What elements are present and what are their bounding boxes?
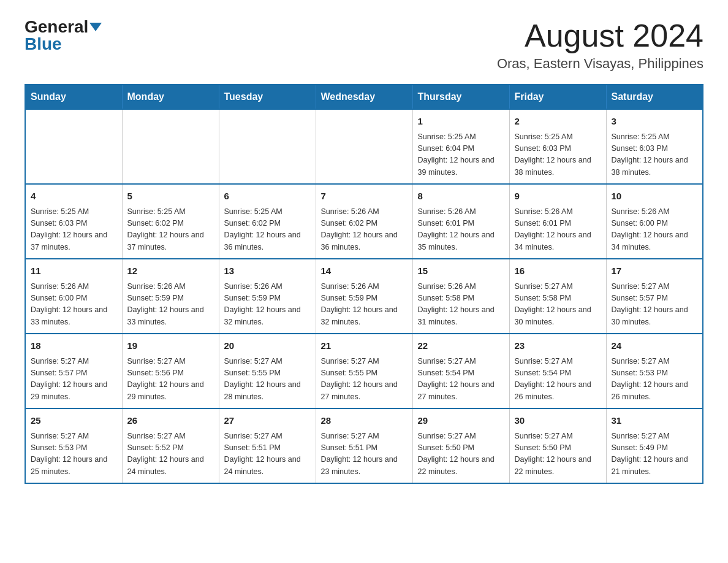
day-info: Sunrise: 5:27 AMSunset: 5:56 PMDaylight:…: [127, 356, 214, 404]
day-info: Sunrise: 5:27 AMSunset: 5:55 PMDaylight:…: [224, 356, 311, 404]
day-number: 28: [321, 414, 408, 428]
day-info: Sunrise: 5:27 AMSunset: 5:53 PMDaylight:…: [612, 356, 698, 404]
calendar-cell: 20Sunrise: 5:27 AMSunset: 5:55 PMDayligh…: [219, 334, 316, 408]
day-number: 24: [612, 339, 698, 353]
weekday-header-thursday: Thursday: [412, 85, 509, 109]
calendar-cell: 10Sunrise: 5:26 AMSunset: 6:00 PMDayligh…: [606, 184, 703, 259]
calendar-cell: 18Sunrise: 5:27 AMSunset: 5:57 PMDayligh…: [25, 334, 122, 408]
calendar-week-row: 11Sunrise: 5:26 AMSunset: 6:00 PMDayligh…: [25, 259, 703, 334]
day-number: 6: [224, 190, 311, 204]
title-block: August 2024 Oras, Eastern Visayas, Phili…: [497, 18, 703, 72]
day-number: 10: [612, 190, 698, 204]
calendar-cell: 11Sunrise: 5:26 AMSunset: 6:00 PMDayligh…: [25, 259, 122, 334]
location-subtitle: Oras, Eastern Visayas, Philippines: [497, 56, 703, 72]
day-info: Sunrise: 5:26 AMSunset: 5:59 PMDaylight:…: [127, 281, 214, 329]
day-info: Sunrise: 5:25 AMSunset: 6:04 PMDaylight:…: [418, 131, 504, 179]
day-number: 30: [515, 414, 601, 428]
day-number: 2: [515, 115, 601, 129]
day-number: 11: [31, 264, 117, 278]
weekday-header-tuesday: Tuesday: [219, 85, 316, 109]
calendar-week-row: 18Sunrise: 5:27 AMSunset: 5:57 PMDayligh…: [25, 334, 703, 408]
calendar-cell: 9Sunrise: 5:26 AMSunset: 6:01 PMDaylight…: [509, 184, 606, 259]
day-info: Sunrise: 5:27 AMSunset: 5:54 PMDaylight:…: [418, 356, 504, 404]
day-info: Sunrise: 5:26 AMSunset: 6:00 PMDaylight:…: [31, 281, 117, 329]
day-info: Sunrise: 5:27 AMSunset: 5:54 PMDaylight:…: [515, 356, 601, 404]
day-info: Sunrise: 5:27 AMSunset: 5:57 PMDaylight:…: [612, 281, 698, 329]
day-info: Sunrise: 5:27 AMSunset: 5:50 PMDaylight:…: [418, 431, 504, 478]
calendar-cell: 19Sunrise: 5:27 AMSunset: 5:56 PMDayligh…: [122, 334, 219, 408]
logo: General Blue: [25, 18, 102, 53]
calendar-cell: 28Sunrise: 5:27 AMSunset: 5:51 PMDayligh…: [316, 408, 412, 483]
day-number: 9: [515, 190, 601, 204]
calendar-cell: 29Sunrise: 5:27 AMSunset: 5:50 PMDayligh…: [412, 408, 509, 483]
calendar-cell: 2Sunrise: 5:25 AMSunset: 6:03 PMDaylight…: [509, 109, 606, 184]
calendar-cell: 14Sunrise: 5:26 AMSunset: 5:59 PMDayligh…: [316, 259, 412, 334]
calendar-cell: 23Sunrise: 5:27 AMSunset: 5:54 PMDayligh…: [509, 334, 606, 408]
day-number: 29: [418, 414, 504, 428]
day-number: 19: [127, 339, 214, 353]
calendar-cell: 26Sunrise: 5:27 AMSunset: 5:52 PMDayligh…: [122, 408, 219, 483]
day-number: 16: [515, 264, 601, 278]
day-number: 27: [224, 414, 311, 428]
calendar-cell: [122, 109, 219, 184]
day-number: 1: [418, 115, 504, 129]
calendar-cell: 3Sunrise: 5:25 AMSunset: 6:03 PMDaylight…: [606, 109, 703, 184]
day-info: Sunrise: 5:27 AMSunset: 5:55 PMDaylight:…: [321, 356, 408, 404]
calendar-cell: [219, 109, 316, 184]
calendar-cell: 6Sunrise: 5:25 AMSunset: 6:02 PMDaylight…: [219, 184, 316, 259]
calendar-cell: 13Sunrise: 5:26 AMSunset: 5:59 PMDayligh…: [219, 259, 316, 334]
month-year-title: August 2024: [497, 18, 703, 53]
day-info: Sunrise: 5:25 AMSunset: 6:03 PMDaylight:…: [31, 206, 117, 254]
day-number: 25: [31, 414, 117, 428]
calendar-cell: 27Sunrise: 5:27 AMSunset: 5:51 PMDayligh…: [219, 408, 316, 483]
page-header: General Blue August 2024 Oras, Eastern V…: [25, 18, 703, 72]
weekday-header-saturday: Saturday: [606, 85, 703, 109]
calendar-body: 1Sunrise: 5:25 AMSunset: 6:04 PMDaylight…: [25, 109, 703, 483]
calendar-cell: 15Sunrise: 5:26 AMSunset: 5:58 PMDayligh…: [412, 259, 509, 334]
day-info: Sunrise: 5:27 AMSunset: 5:51 PMDaylight:…: [224, 431, 311, 478]
logo-general-text: General: [25, 18, 88, 36]
calendar-cell: 24Sunrise: 5:27 AMSunset: 5:53 PMDayligh…: [606, 334, 703, 408]
calendar-cell: 17Sunrise: 5:27 AMSunset: 5:57 PMDayligh…: [606, 259, 703, 334]
weekday-header-monday: Monday: [122, 85, 219, 109]
day-info: Sunrise: 5:27 AMSunset: 5:58 PMDaylight:…: [515, 281, 601, 329]
day-info: Sunrise: 5:27 AMSunset: 5:53 PMDaylight:…: [31, 431, 117, 478]
day-info: Sunrise: 5:25 AMSunset: 6:02 PMDaylight:…: [127, 206, 214, 254]
logo-blue-text: Blue: [25, 36, 62, 53]
calendar-cell: 12Sunrise: 5:26 AMSunset: 5:59 PMDayligh…: [122, 259, 219, 334]
weekday-header-row: SundayMondayTuesdayWednesdayThursdayFrid…: [25, 85, 703, 109]
day-number: 21: [321, 339, 408, 353]
calendar-cell: 30Sunrise: 5:27 AMSunset: 5:50 PMDayligh…: [509, 408, 606, 483]
day-number: 23: [515, 339, 601, 353]
day-info: Sunrise: 5:27 AMSunset: 5:49 PMDaylight:…: [612, 431, 698, 478]
day-number: 20: [224, 339, 311, 353]
day-info: Sunrise: 5:27 AMSunset: 5:51 PMDaylight:…: [321, 431, 408, 478]
day-info: Sunrise: 5:25 AMSunset: 6:03 PMDaylight:…: [515, 131, 601, 179]
day-number: 3: [612, 115, 698, 129]
calendar-cell: [316, 109, 412, 184]
calendar-cell: 31Sunrise: 5:27 AMSunset: 5:49 PMDayligh…: [606, 408, 703, 483]
day-number: 4: [31, 190, 117, 204]
calendar-cell: 5Sunrise: 5:25 AMSunset: 6:02 PMDaylight…: [122, 184, 219, 259]
day-number: 22: [418, 339, 504, 353]
day-info: Sunrise: 5:27 AMSunset: 5:52 PMDaylight:…: [127, 431, 214, 478]
day-info: Sunrise: 5:25 AMSunset: 6:02 PMDaylight:…: [224, 206, 311, 254]
day-number: 5: [127, 190, 214, 204]
day-number: 8: [418, 190, 504, 204]
calendar-week-row: 1Sunrise: 5:25 AMSunset: 6:04 PMDaylight…: [25, 109, 703, 184]
calendar-cell: 16Sunrise: 5:27 AMSunset: 5:58 PMDayligh…: [509, 259, 606, 334]
calendar-cell: 4Sunrise: 5:25 AMSunset: 6:03 PMDaylight…: [25, 184, 122, 259]
calendar-cell: 25Sunrise: 5:27 AMSunset: 5:53 PMDayligh…: [25, 408, 122, 483]
day-number: 12: [127, 264, 214, 278]
weekday-header-friday: Friday: [509, 85, 606, 109]
day-info: Sunrise: 5:26 AMSunset: 6:02 PMDaylight:…: [321, 206, 408, 254]
day-info: Sunrise: 5:25 AMSunset: 6:03 PMDaylight:…: [612, 131, 698, 179]
day-number: 7: [321, 190, 408, 204]
calendar-cell: 1Sunrise: 5:25 AMSunset: 6:04 PMDaylight…: [412, 109, 509, 184]
weekday-header-wednesday: Wednesday: [316, 85, 412, 109]
calendar-cell: [25, 109, 122, 184]
calendar-cell: 7Sunrise: 5:26 AMSunset: 6:02 PMDaylight…: [316, 184, 412, 259]
day-number: 13: [224, 264, 311, 278]
day-info: Sunrise: 5:27 AMSunset: 5:50 PMDaylight:…: [515, 431, 601, 478]
weekday-header-sunday: Sunday: [25, 85, 122, 109]
